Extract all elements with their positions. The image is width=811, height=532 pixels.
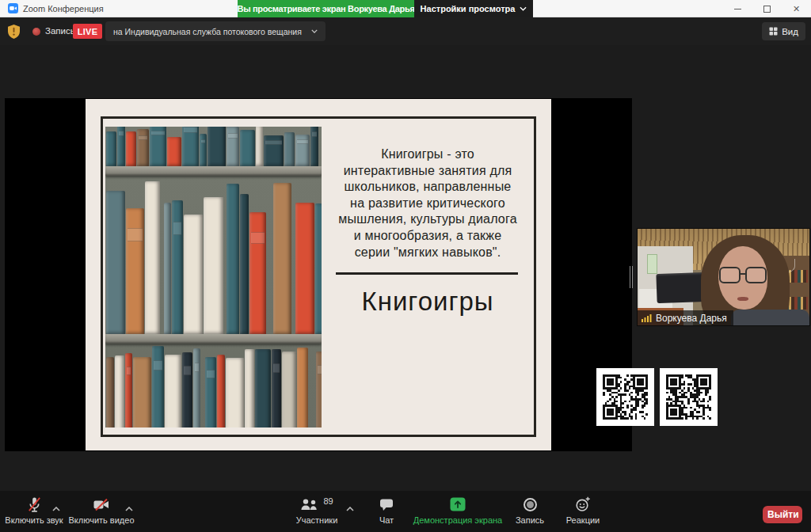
reactions-label: Реакции <box>566 515 600 525</box>
participant-glasses <box>719 267 768 284</box>
viewing-screen-banner: Вы просматриваете экран Воркуева Дарья <box>238 0 414 17</box>
zoom-logo-icon <box>8 3 18 13</box>
participant-name: Воркуева Дарья <box>656 313 727 324</box>
camera-muted-icon <box>93 498 110 511</box>
recording-dot-icon <box>32 28 40 36</box>
participant-name-label: Воркуева Дарья <box>638 310 733 325</box>
slide-text-column: Книгоигры - этоинтерактивные занятия для… <box>322 119 534 435</box>
share-screen-button[interactable]: Демонстрация экрана <box>410 496 505 525</box>
reactions-button[interactable]: Реакции <box>559 496 607 525</box>
slide-paragraph-line: школьников, направленные <box>322 179 534 196</box>
slide-paragraph-line: и многообразия, а также <box>322 228 534 245</box>
meeting-toolbar: Включить звук Включить видео 89 <box>0 491 811 532</box>
participants-chevron-icon[interactable] <box>346 507 354 511</box>
bookshelf-photo <box>105 127 322 428</box>
share-screen-label: Демонстрация экрана <box>413 515 502 525</box>
security-shield-icon[interactable] <box>8 25 20 39</box>
start-video-button[interactable]: Включить видео <box>68 496 135 525</box>
slide-paragraph-line: Книгоигры - это <box>322 146 534 163</box>
slide-paragraph-line: мышления, культуры диалога <box>322 211 534 228</box>
participants-button[interactable]: 89 Участники <box>282 496 352 525</box>
meeting-info-bar: Запись LIVE на Индивидуальная служба пот… <box>0 17 811 45</box>
start-video-label: Включить видео <box>68 515 134 525</box>
stream-service-label: на Индивидуальная служба потокового веща… <box>113 27 302 36</box>
qr-code-right <box>660 368 718 426</box>
unmute-button[interactable]: Включить звук <box>0 496 68 525</box>
slide-divider <box>336 272 518 275</box>
chat-icon <box>379 498 394 511</box>
slide-paragraph-line: интерактивные занятия для <box>322 163 534 180</box>
audio-options-chevron-icon[interactable] <box>52 507 60 511</box>
microphone-muted-icon <box>27 496 42 513</box>
chat-button[interactable]: Чат <box>367 496 406 525</box>
chat-label: Чат <box>379 515 394 525</box>
unmute-label: Включить звук <box>5 515 63 525</box>
chevron-down-icon <box>311 29 318 33</box>
close-icon: ✕ <box>793 5 800 13</box>
live-badge: LIVE <box>73 24 102 39</box>
close-button[interactable]: ✕ <box>782 0 811 17</box>
record-button[interactable]: Запись <box>511 496 549 525</box>
window-controls: ✕ <box>723 0 811 17</box>
shared-screen-area: Книгоигры - этоинтерактивные занятия для… <box>5 98 632 451</box>
record-icon <box>524 498 537 511</box>
maximize-icon <box>763 6 771 13</box>
video-bg-device <box>656 272 707 303</box>
reactions-smiley-icon <box>575 496 591 512</box>
chevron-down-icon <box>520 6 527 11</box>
video-panel-collapse-handle[interactable] <box>630 266 634 288</box>
share-screen-icon <box>450 497 466 511</box>
participants-icon <box>300 498 318 511</box>
recording-label: Запись <box>45 17 75 45</box>
minimize-icon <box>734 9 741 10</box>
minimize-button[interactable] <box>723 0 752 17</box>
view-layout-button[interactable]: Вид <box>762 22 805 40</box>
window-title-bar: Zoom Конференция Вы просматриваете экран… <box>0 0 811 17</box>
view-settings-label: Настройки просмотра <box>421 4 516 13</box>
participants-label: Участники <box>296 515 338 525</box>
leave-meeting-button[interactable]: Выйти <box>763 506 802 523</box>
record-label: Запись <box>516 515 544 525</box>
video-options-chevron-icon[interactable] <box>125 507 133 511</box>
maximize-button[interactable] <box>752 0 782 17</box>
participants-count: 89 <box>323 496 333 506</box>
stream-service-dropdown[interactable]: на Индивидуальная служба потокового веща… <box>105 21 326 41</box>
slide-paragraph-line: серии "мягких навыков". <box>322 245 534 261</box>
slide-frame: Книгоигры - этоинтерактивные занятия для… <box>101 116 536 437</box>
presentation-slide: Книгоигры - этоинтерактивные занятия для… <box>86 99 551 450</box>
app-title: Zoom Конференция <box>23 0 104 17</box>
view-button-label: Вид <box>782 27 798 36</box>
slide-title: Книгоигры <box>322 287 534 317</box>
slide-paragraph-line: на развитие критического <box>322 196 534 212</box>
signal-bars-icon <box>642 314 652 322</box>
participant-video-thumbnail[interactable]: Воркуева Дарья <box>638 229 809 325</box>
qr-code-left <box>596 368 654 426</box>
view-settings-dropdown[interactable]: Настройки просмотра <box>414 0 533 17</box>
slide-paragraph: Книгоигры - этоинтерактивные занятия для… <box>322 146 534 260</box>
grid-icon <box>769 27 778 36</box>
